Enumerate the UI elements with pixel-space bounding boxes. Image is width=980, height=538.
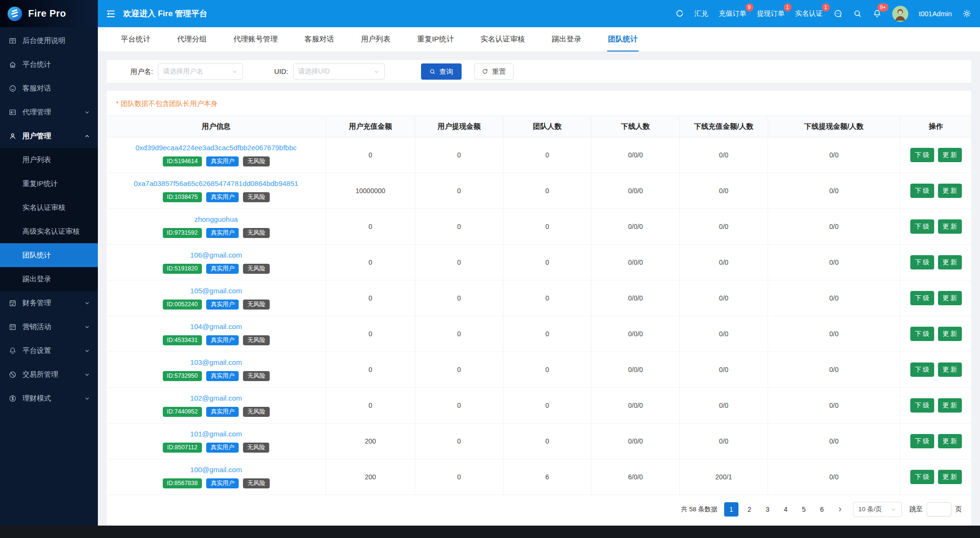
update-button[interactable]: 更新 xyxy=(938,255,962,269)
sidebar-item-manual[interactable]: 后台使用说明 xyxy=(0,29,98,52)
username-select[interactable]: 请选择用户名 xyxy=(158,63,243,80)
subordinate-button[interactable]: 下级 xyxy=(910,184,934,198)
withdraw-amount-cell: 0 xyxy=(415,209,503,245)
page-button-5[interactable]: 5 xyxy=(797,502,811,517)
uid-label: UID: xyxy=(274,68,288,75)
tab-1[interactable]: 代理分组 xyxy=(164,27,220,52)
user-link[interactable]: zhongguohua xyxy=(106,215,326,223)
team-count-cell: 0 xyxy=(503,424,591,459)
subordinate-button[interactable]: 下级 xyxy=(910,434,934,448)
sidebar-submenu: 用户列表重复IP统计实名认证审核高级实名认证审核团队统计踢出登录 xyxy=(0,148,98,291)
sidebar-item-calendar[interactable]: 营销活动 xyxy=(0,315,98,339)
actions-cell: 下级更新 xyxy=(900,459,971,495)
subordinate-button[interactable]: 下级 xyxy=(910,148,934,162)
header-nav-exchange[interactable]: 汇兑 xyxy=(695,9,708,18)
sidebar-subitem[interactable]: 团队统计 xyxy=(0,243,98,267)
cell-value: 0 xyxy=(546,223,549,230)
refresh-icon[interactable] xyxy=(675,9,684,18)
user-link[interactable]: 103@gmail.com xyxy=(106,358,326,366)
subordinate-button[interactable]: 下级 xyxy=(910,255,934,269)
tab-label: 代理账号管理 xyxy=(233,34,278,44)
sidebar-item-wealth[interactable]: 理财模式 xyxy=(0,386,98,410)
tab-4[interactable]: 用户列表 xyxy=(348,27,404,52)
header-username[interactable]: t001Admin xyxy=(919,10,952,18)
id-badge: ID:8567838 xyxy=(163,478,202,489)
update-button[interactable]: 更新 xyxy=(938,327,962,341)
reset-button[interactable]: 重置 xyxy=(474,63,514,80)
update-button[interactable]: 更新 xyxy=(938,219,962,234)
page-size-select[interactable]: 10 条/页 xyxy=(853,502,902,517)
sidebar-item-user[interactable]: 用户管理 xyxy=(0,124,98,148)
withdraw-amount-cell: 0 xyxy=(415,173,503,209)
sidebar-subitem[interactable]: 用户列表 xyxy=(0,148,98,172)
user-link[interactable]: 105@gmail.com xyxy=(106,287,326,295)
update-button[interactable]: 更新 xyxy=(938,434,962,448)
update-button[interactable]: 更新 xyxy=(938,470,962,484)
sidebar-item-finance[interactable]: 财务管理 xyxy=(0,291,98,315)
tab-3[interactable]: 客服对话 xyxy=(291,27,348,52)
gear-icon[interactable] xyxy=(962,9,971,18)
sidebar-item-exchange[interactable]: 交易所管理 xyxy=(0,362,98,386)
sidebar-item-home[interactable]: 平台统计 xyxy=(0,52,98,76)
jump-page-input[interactable] xyxy=(927,502,951,517)
subordinate-button[interactable]: 下级 xyxy=(910,219,934,234)
user-link[interactable]: 106@gmail.com xyxy=(106,251,326,259)
subordinate-button[interactable]: 下级 xyxy=(910,291,934,305)
menu-collapse-icon[interactable] xyxy=(105,9,116,19)
header-nav-withdraw-orders[interactable]: 提现订单1 xyxy=(757,9,785,18)
tab-2[interactable]: 代理账号管理 xyxy=(220,27,291,52)
user-link[interactable]: 0xd39d9ecaa4224ee3ad3cac5dfbb2e067679bfb… xyxy=(106,144,326,152)
subordinate-button[interactable]: 下级 xyxy=(910,362,934,377)
update-button[interactable]: 更新 xyxy=(938,291,962,305)
page-button-3[interactable]: 3 xyxy=(760,502,775,517)
notification-bell-icon[interactable]: 9+ xyxy=(873,9,882,18)
search-icon[interactable] xyxy=(853,9,862,18)
real-user-badge: 真实用户 xyxy=(206,264,239,274)
sidebar-subitem[interactable]: 高级实名认证审核 xyxy=(0,219,98,243)
subordinate-button[interactable]: 下级 xyxy=(910,470,934,484)
sidebar-subitem[interactable]: 踢出登录 xyxy=(0,267,98,291)
update-button[interactable]: 更新 xyxy=(938,362,962,377)
query-button[interactable]: 查询 xyxy=(421,63,462,80)
sidebar-subitem[interactable]: 重复IP统计 xyxy=(0,172,98,196)
withdraw-amount-cell: 0 xyxy=(415,424,503,459)
update-button[interactable]: 更新 xyxy=(938,398,962,413)
id-badge: ID:7440952 xyxy=(163,407,202,417)
subordinate-button[interactable]: 下级 xyxy=(910,398,934,413)
update-button[interactable]: 更新 xyxy=(938,184,962,198)
message-icon[interactable] xyxy=(833,9,843,18)
user-link[interactable]: 0xa7a03857f56a65c62685474781dd0864bdb948… xyxy=(106,179,326,187)
badge-row: ID:5732950真实用户无风险 xyxy=(106,371,326,382)
update-button[interactable]: 更新 xyxy=(938,148,962,162)
header-nav-realname-auth[interactable]: 实名认证1 xyxy=(795,9,823,18)
user-link[interactable]: 102@gmail.com xyxy=(106,394,326,402)
user-link[interactable]: 101@gmail.com xyxy=(106,430,326,438)
sidebar-item-agent[interactable]: 代理管理 xyxy=(0,100,98,124)
avatar[interactable] xyxy=(892,6,908,22)
page-button-1[interactable]: 1 xyxy=(724,502,738,517)
subordinate-button[interactable]: 下级 xyxy=(910,327,934,341)
tab-label: 客服对话 xyxy=(305,34,334,44)
user-link[interactable]: 100@gmail.com xyxy=(106,466,326,474)
column-header-user-info: 用户信息 xyxy=(106,116,326,137)
downline-count-cell: 0/0/0 xyxy=(591,352,680,388)
cell-value: 0 xyxy=(457,330,461,338)
tab-8[interactable]: 团队统计 xyxy=(595,27,651,52)
agent-icon xyxy=(9,108,17,116)
tab-6[interactable]: 实名认证审核 xyxy=(467,27,538,52)
tab-5[interactable]: 重复IP统计 xyxy=(404,27,467,52)
next-page-button[interactable] xyxy=(833,502,847,517)
page-button-6[interactable]: 6 xyxy=(815,502,829,517)
sidebar-item-label: 平台统计 xyxy=(22,60,51,69)
logo-text: Fire Pro xyxy=(28,8,66,19)
tab-0[interactable]: 平台统计 xyxy=(107,27,164,52)
sidebar-item-bell[interactable]: 平台设置 xyxy=(0,339,98,362)
page-button-4[interactable]: 4 xyxy=(779,502,793,517)
uid-select[interactable]: 请选择UID xyxy=(293,63,385,80)
tab-7[interactable]: 踢出登录 xyxy=(538,27,595,52)
user-link[interactable]: 104@gmail.com xyxy=(106,322,326,331)
sidebar-subitem[interactable]: 实名认证审核 xyxy=(0,196,98,219)
page-button-2[interactable]: 2 xyxy=(742,502,757,517)
header-nav-recharge-orders[interactable]: 充值订单9 xyxy=(719,9,747,18)
sidebar-item-chat[interactable]: 客服对话 xyxy=(0,76,98,100)
